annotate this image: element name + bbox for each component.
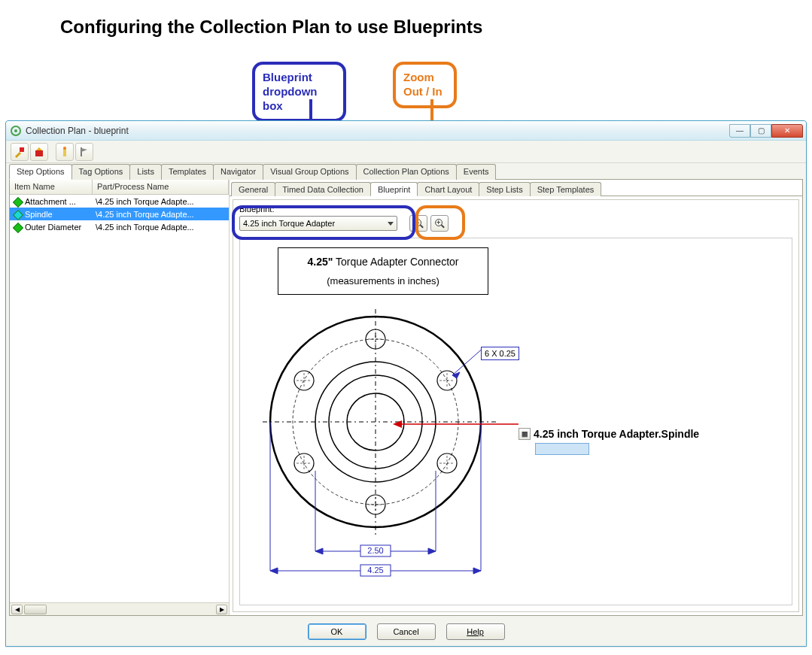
svg-point-3 <box>63 147 66 150</box>
cancel-button[interactable]: Cancel <box>377 623 436 640</box>
list-header: Item Name Part/Process Name <box>10 180 229 195</box>
maximize-button[interactable]: ▢ <box>750 124 771 138</box>
titlebar: Collection Plan - blueprint — ▢ ✕ <box>6 121 806 141</box>
svg-marker-39 <box>270 568 278 574</box>
item-marker-icon <box>12 196 23 207</box>
app-icon <box>11 126 21 136</box>
subtab-blueprint[interactable]: Blueprint <box>370 182 418 196</box>
svg-rect-2 <box>63 149 66 156</box>
chevron-down-icon <box>388 222 394 226</box>
svg-rect-1 <box>35 150 43 156</box>
part-name: \4.25 inch Torque Adapte... <box>93 223 229 232</box>
zoom-out-icon: − <box>414 219 423 228</box>
list-row[interactable]: Spindle\4.25 inch Torque Adapte... <box>10 208 229 220</box>
spindle-text: 4.25 inch Torque Adapter.Spindle <box>534 428 699 440</box>
part-name: \4.25 inch Torque Adapte... <box>93 197 229 206</box>
tab-visual-group-options[interactable]: Visual Group Options <box>263 164 356 180</box>
drawing-title-box: 4.25" Torque Adapter Connector (measurem… <box>278 247 488 295</box>
close-button[interactable]: ✕ <box>771 124 803 138</box>
part-name: \4.25 inch Torque Adapte... <box>93 210 229 219</box>
list-row[interactable]: Outer Diameter\4.25 inch Torque Adapte..… <box>10 220 229 233</box>
list-row[interactable]: Attachment ...\4.25 inch Torque Adapte..… <box>10 195 229 208</box>
page-title: Configuring the Collection Plan to use B… <box>60 17 482 38</box>
subtab-step-lists[interactable]: Step Lists <box>479 182 530 196</box>
callout-zoom: Zoom Out / In <box>393 62 457 108</box>
svg-marker-45 <box>393 420 402 428</box>
flange-svg: 2.50 4.25 <box>255 302 511 580</box>
drawing-title-rest: Torque Adapter Connector <box>333 256 458 268</box>
sub-tabs: GeneralTimed Data CollectionBlueprintCha… <box>230 180 802 196</box>
dim-outer: 4.25 <box>367 566 383 575</box>
subtab-step-templates[interactable]: Step Templates <box>530 182 602 196</box>
item-list-pane: Item Name Part/Process Name Attachment .… <box>10 180 230 615</box>
tab-tag-options[interactable]: Tag Options <box>71 164 131 180</box>
window-title: Collection Plan - blueprint <box>26 126 729 136</box>
item-name: Attachment ... <box>25 197 93 206</box>
bolt-note: 6 X 0.25 <box>481 347 519 360</box>
ok-button[interactable]: OK <box>308 623 366 640</box>
blueprint-drawing[interactable]: 4.25" Torque Adapter Connector (measurem… <box>239 238 792 605</box>
subtab-general[interactable]: General <box>231 182 275 196</box>
spindle-icon: ▦ <box>519 428 531 440</box>
tab-navigator[interactable]: Navigator <box>213 164 263 180</box>
help-button[interactable]: Help <box>446 623 505 640</box>
tab-templates[interactable]: Templates <box>161 164 214 180</box>
app-window: Collection Plan - blueprint — ▢ ✕ Step O… <box>5 120 807 647</box>
spindle-label: ▦ 4.25 inch Torque Adapter.Spindle <box>519 428 699 440</box>
item-name: Outer Diameter <box>25 223 93 232</box>
tab-step-options[interactable]: Step Options <box>9 164 72 180</box>
tool-candle-icon[interactable] <box>56 143 74 161</box>
zoom-in-icon: + <box>435 219 444 228</box>
svg-marker-35 <box>315 548 323 554</box>
drawing-title-size: 4.25" <box>308 256 333 268</box>
blueprint-dropdown[interactable]: 4.25 inch Torque Adapter <box>239 216 397 231</box>
scroll-right-icon[interactable]: ▶ <box>216 605 227 614</box>
main-tabs: Step OptionsTag OptionsListsTemplatesNav… <box>9 163 803 180</box>
toolbar <box>6 141 806 163</box>
svg-rect-0 <box>20 147 24 152</box>
col-item-name[interactable]: Item Name <box>10 180 93 194</box>
tool-flag-icon[interactable] <box>75 143 93 161</box>
tool-alarm-icon[interactable] <box>30 143 48 161</box>
spindle-input[interactable] <box>535 443 589 455</box>
svg-marker-40 <box>473 568 481 574</box>
list-body: Attachment ...\4.25 inch Torque Adapte..… <box>10 195 229 602</box>
tab-lists[interactable]: Lists <box>129 164 162 180</box>
item-marker-icon <box>12 209 23 220</box>
svg-marker-36 <box>428 548 436 554</box>
list-scrollbar[interactable]: ◀ ▶ <box>10 602 229 615</box>
blueprint-panel: Blueprint: 4.25 inch Torque Adapter − + <box>233 199 799 612</box>
drawing-subtitle: (measurements in inches) <box>283 275 483 287</box>
dialog-buttons: OK Cancel Help <box>6 623 806 640</box>
zoom-out-button[interactable]: − <box>409 215 427 232</box>
right-pane: GeneralTimed Data CollectionBlueprintCha… <box>230 180 802 615</box>
tab-collection-plan-options[interactable]: Collection Plan Options <box>356 164 457 180</box>
blueprint-label: Blueprint: <box>239 205 274 214</box>
scroll-thumb[interactable] <box>24 605 47 614</box>
col-part-name[interactable]: Part/Process Name <box>93 180 229 194</box>
subtab-timed-data-collection[interactable]: Timed Data Collection <box>275 182 371 196</box>
minimize-button[interactable]: — <box>729 124 750 138</box>
callout-blueprint: Blueprint dropdown box <box>252 62 346 122</box>
item-marker-icon <box>12 222 23 232</box>
subtab-chart-layout[interactable]: Chart Layout <box>417 182 479 196</box>
blueprint-selected: 4.25 inch Torque Adapter <box>243 219 335 228</box>
item-name: Spindle <box>25 210 93 219</box>
zoom-in-button[interactable]: + <box>430 215 449 232</box>
dim-inner: 2.50 <box>367 546 383 555</box>
scroll-left-icon[interactable]: ◀ <box>11 605 23 614</box>
tool-wizard-icon[interactable] <box>11 143 29 161</box>
tab-events[interactable]: Events <box>456 164 497 180</box>
red-pointer-arrow <box>387 417 522 432</box>
